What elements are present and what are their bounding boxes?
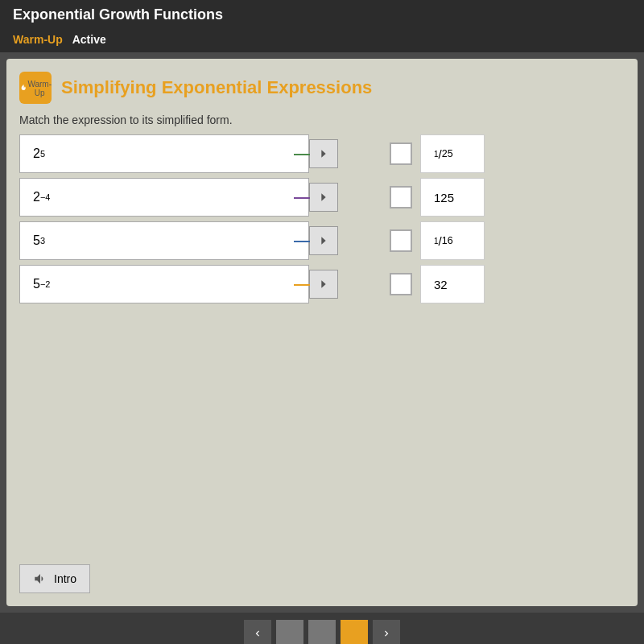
speaker-icon [33, 572, 47, 586]
nav-next-button[interactable] [373, 620, 400, 644]
answer-checkbox-1[interactable] [390, 142, 412, 165]
icon-label: Warm-Up [27, 80, 52, 97]
arrow-icon-4 [317, 278, 330, 291]
answer-value-1: 1/25 [420, 134, 485, 173]
left-column: 25 2−4 5 [19, 134, 357, 303]
answer-value-3: 1/16 [420, 221, 485, 260]
nav-slot-2[interactable] [308, 620, 336, 644]
arrow-button-2[interactable] [309, 183, 338, 212]
matching-container: 25 2−4 5 [19, 134, 625, 303]
main-content: Warm-Up Simplifying Exponential Expressi… [6, 59, 638, 606]
expression-row-1: 25 [19, 134, 357, 173]
bottom-bar: Intro [19, 564, 625, 593]
expression-box-2: 2−4 [19, 178, 309, 217]
answer-checkbox-2[interactable] [390, 186, 412, 208]
arrow-button-3[interactable] [309, 226, 338, 255]
answer-checkbox-4[interactable] [390, 273, 412, 295]
card-title: Simplifying Exponential Expressions [61, 77, 372, 98]
card-header: Warm-Up Simplifying Exponential Expressi… [19, 72, 625, 104]
answer-row-2: 125 [390, 178, 485, 217]
answer-value-4: 32 [420, 265, 485, 303]
intro-button[interactable]: Intro [19, 564, 90, 593]
expression-row-2: 2−4 [19, 178, 357, 217]
arrow-icon-3 [317, 234, 330, 247]
nav-prev-button[interactable] [244, 620, 271, 644]
sub-header: Warm-Up Active [0, 30, 644, 52]
page-title: Exponential Growth Functions [13, 6, 223, 23]
active-badge: Active [72, 33, 106, 46]
right-column: 1/25 125 1/16 32 [390, 134, 485, 303]
arrow-icon-1 [317, 147, 330, 160]
arrow-icon-2 [317, 191, 330, 204]
expression-box-1: 25 [19, 134, 309, 173]
expression-box-3: 53 [19, 221, 309, 260]
nav-prev-icon [252, 628, 263, 639]
expression-row-3: 53 [19, 221, 357, 260]
intro-button-label: Intro [54, 572, 76, 585]
nav-bar [0, 613, 644, 644]
flame-icon-wrapper: Warm-Up [19, 72, 52, 104]
warmup-link[interactable]: Warm-Up [13, 33, 63, 46]
nav-next-icon [381, 628, 392, 639]
expression-row-4: 5−2 [19, 265, 357, 303]
nav-slot-3-active[interactable] [341, 620, 368, 644]
nav-slot-1[interactable] [276, 620, 303, 644]
instruction-text: Match the expression to its simplified f… [19, 114, 625, 126]
arrow-button-4[interactable] [309, 270, 338, 299]
answer-row-1: 1/25 [390, 134, 485, 173]
top-header: Exponential Growth Functions [0, 0, 644, 30]
flame-icon [19, 78, 27, 97]
arrow-button-1[interactable] [309, 139, 338, 168]
expression-box-4: 5−2 [19, 265, 309, 303]
answer-row-4: 32 [390, 265, 485, 303]
answer-checkbox-3[interactable] [390, 229, 412, 252]
answer-value-2: 125 [420, 178, 485, 217]
answer-row-3: 1/16 [390, 221, 485, 260]
